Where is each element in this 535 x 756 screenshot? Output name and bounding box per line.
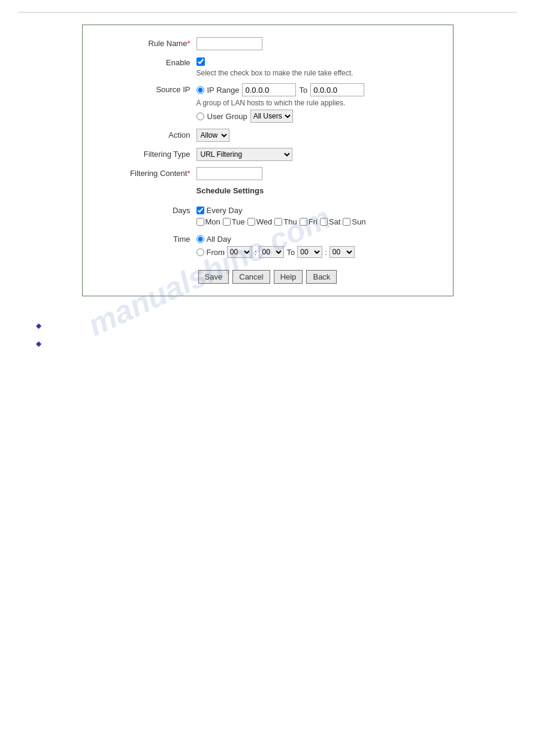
source-ip-row: Source IP IP Range To A group of LAN hos… [101,83,435,123]
back-button[interactable]: Back [306,270,337,284]
action-label: Action [101,129,197,139]
rule-name-label: Rule Name* [101,37,197,48]
wed-label: Wed [247,217,273,226]
days-row: Days Every Day Mon Tue [101,206,435,229]
filtering-type-content: URL Filtering Content Filtering [197,148,435,161]
to-hour-select[interactable]: 00010203 04050607 08091011 12131415 1617… [297,246,322,258]
rule-name-input[interactable] [197,37,262,50]
sun-checkbox[interactable] [343,218,350,226]
user-group-select[interactable]: All Users [250,110,293,123]
bullet-section: ◆ ◆ [18,320,517,348]
enable-row: Enable Select the check box to make the … [101,56,435,77]
to-min-select[interactable]: 00051015 20253035 40455055 [330,246,355,258]
ip-from-input[interactable] [242,83,296,96]
tue-label: Tue [223,217,245,226]
from-min-select[interactable]: 00051015 20253035 40455055 [259,246,284,258]
filtering-type-label: Filtering Type [101,148,197,159]
bullet-item-2: ◆ [36,338,517,348]
sat-checkbox[interactable] [320,218,328,226]
bullet-diamond-2: ◆ [36,339,41,348]
help-button[interactable]: Help [274,270,303,284]
source-ip-content: IP Range To A group of LAN hosts to whic… [197,83,435,123]
ip-range-radio[interactable] [197,86,204,94]
top-divider [18,12,517,13]
form-box: Rule Name* Enable Select the check box t… [82,25,454,296]
all-day-radio[interactable] [197,235,204,243]
time-row: Time All Day From 00010203 04050607 0809… [101,235,435,260]
enable-help-text: Select the check box to make the rule ta… [197,69,435,77]
enable-content: Select the check box to make the rule ta… [197,56,435,77]
thu-checkbox[interactable] [274,218,282,226]
time-label: Time [101,235,197,244]
every-day-checkbox[interactable] [197,207,204,214]
rule-name-content [197,37,435,50]
save-button[interactable]: Save [198,270,229,284]
filtering-content-row: Filtering Content* [101,167,435,180]
days-content: Every Day Mon Tue Wed [197,206,435,229]
from-hour-select[interactable]: 00010203 04050607 08091011 12131415 1617… [227,246,252,258]
individual-days-row: Mon Tue Wed Thu [197,217,435,226]
buttons-row: Save Cancel Help Back [101,270,435,284]
fri-checkbox[interactable] [300,218,307,226]
source-ip-label: Source IP [101,83,197,94]
bullet-item-1: ◆ [36,320,517,330]
time-content: All Day From 00010203 04050607 08091011 … [197,235,435,260]
thu-label: Thu [274,217,297,226]
tue-checkbox[interactable] [223,218,231,226]
fri-label: Fri [300,217,318,226]
bullet-diamond-1: ◆ [36,321,41,330]
user-group-radio[interactable] [197,113,204,120]
filtering-content-input[interactable] [197,167,262,180]
wed-checkbox[interactable] [247,218,255,226]
cancel-button[interactable]: Cancel [232,270,270,284]
every-day-row: Every Day [197,206,435,215]
days-label: Days [101,206,197,215]
ip-group-help: A group of LAN hosts to which the rule a… [197,99,435,107]
enable-label: Enable [101,56,197,67]
all-day-row: All Day [197,235,435,244]
from-to-row: From 00010203 04050607 08091011 12131415… [197,246,435,258]
user-group-row: User Group All Users [197,110,435,123]
schedule-heading: Schedule Settings [197,186,435,195]
ip-range-row: IP Range To [197,83,435,96]
filtering-type-row: Filtering Type URL Filtering Content Fil… [101,148,435,161]
schedule-heading-row: Schedule Settings [101,186,435,200]
sun-label: Sun [343,217,365,226]
enable-checkbox[interactable] [197,57,205,66]
sat-label: Sat [320,217,341,226]
schedule-heading-spacer [101,186,197,188]
mon-checkbox[interactable] [197,218,204,226]
filtering-type-select[interactable]: URL Filtering Content Filtering [197,148,292,161]
action-select[interactable]: Allow Deny [197,129,229,142]
action-row: Action Allow Deny [101,129,435,142]
action-content: Allow Deny [197,129,435,142]
filtering-content-content [197,167,435,180]
from-radio[interactable] [197,248,204,256]
ip-to-input[interactable] [310,83,364,96]
mon-label: Mon [197,217,220,226]
rule-name-row: Rule Name* [101,37,435,50]
filtering-content-label: Filtering Content* [101,167,197,178]
